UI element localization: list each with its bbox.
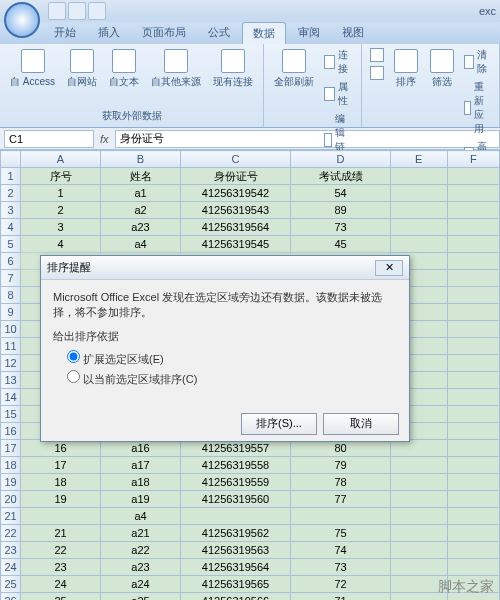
- row-header[interactable]: 13: [1, 372, 21, 389]
- row-header[interactable]: 20: [1, 491, 21, 508]
- name-box[interactable]: [4, 130, 94, 148]
- cell[interactable]: 89: [291, 202, 391, 219]
- table-row[interactable]: 2625a254125631956671: [1, 593, 500, 601]
- cell[interactable]: [391, 491, 448, 508]
- cell[interactable]: [447, 253, 499, 270]
- row-header[interactable]: 11: [1, 338, 21, 355]
- cell[interactable]: [181, 508, 291, 525]
- cell[interactable]: a2: [101, 202, 181, 219]
- table-row[interactable]: 2322a224125631956374: [1, 542, 500, 559]
- cancel-button[interactable]: 取消: [323, 413, 399, 435]
- row-header[interactable]: 14: [1, 389, 21, 406]
- tab-insert[interactable]: 插入: [88, 22, 130, 44]
- cell[interactable]: 41256319566: [181, 593, 291, 601]
- cell[interactable]: [447, 474, 499, 491]
- row-header[interactable]: 22: [1, 525, 21, 542]
- cell[interactable]: 姓名: [101, 168, 181, 185]
- cell[interactable]: 74: [291, 542, 391, 559]
- table-row[interactable]: 2019a194125631956077: [1, 491, 500, 508]
- row-header[interactable]: 26: [1, 593, 21, 601]
- table-row[interactable]: 21a4: [1, 508, 500, 525]
- row-header[interactable]: 12: [1, 355, 21, 372]
- btn-reapply[interactable]: 重新应用: [462, 79, 493, 137]
- cell[interactable]: a24: [101, 576, 181, 593]
- cell[interactable]: 72: [291, 576, 391, 593]
- tab-formula[interactable]: 公式: [198, 22, 240, 44]
- sort-button[interactable]: 排序(S)...: [241, 413, 317, 435]
- cell[interactable]: 41256319565: [181, 576, 291, 593]
- cell[interactable]: [447, 423, 499, 440]
- cell[interactable]: 41256319559: [181, 474, 291, 491]
- row-header[interactable]: 23: [1, 542, 21, 559]
- tab-layout[interactable]: 页面布局: [132, 22, 196, 44]
- cell[interactable]: [391, 219, 448, 236]
- fx-icon[interactable]: fx: [94, 133, 115, 145]
- qat-undo-icon[interactable]: [68, 2, 86, 20]
- cell[interactable]: 身份证号: [181, 168, 291, 185]
- cell[interactable]: [447, 525, 499, 542]
- cell[interactable]: [391, 202, 448, 219]
- table-row[interactable]: 1716a164125631955780: [1, 440, 500, 457]
- cell[interactable]: 21: [21, 525, 101, 542]
- cell[interactable]: [447, 372, 499, 389]
- cell[interactable]: [391, 457, 448, 474]
- btn-filter[interactable]: 筛选: [426, 47, 458, 91]
- row-header[interactable]: 18: [1, 457, 21, 474]
- cell[interactable]: [447, 236, 499, 253]
- table-row[interactable]: 32a24125631954389: [1, 202, 500, 219]
- cell[interactable]: 18: [21, 474, 101, 491]
- cell[interactable]: 考试成绩: [291, 168, 391, 185]
- row-header[interactable]: 16: [1, 423, 21, 440]
- row-header[interactable]: 15: [1, 406, 21, 423]
- cell[interactable]: 80: [291, 440, 391, 457]
- col-header-b[interactable]: B: [101, 151, 181, 168]
- cell[interactable]: [447, 389, 499, 406]
- tab-home[interactable]: 开始: [44, 22, 86, 44]
- qat-save-icon[interactable]: [48, 2, 66, 20]
- cell[interactable]: 73: [291, 219, 391, 236]
- cell[interactable]: 23: [21, 559, 101, 576]
- row-header[interactable]: 4: [1, 219, 21, 236]
- cell[interactable]: 17: [21, 457, 101, 474]
- table-row[interactable]: 1817a174125631955879: [1, 457, 500, 474]
- table-row[interactable]: 1序号姓名身份证号考试成绩: [1, 168, 500, 185]
- table-row[interactable]: 21a14125631954254: [1, 185, 500, 202]
- btn-other-sources[interactable]: 自其他来源: [147, 47, 205, 91]
- col-header-d[interactable]: D: [291, 151, 391, 168]
- btn-connections[interactable]: 连接: [322, 47, 355, 77]
- row-header[interactable]: 8: [1, 287, 21, 304]
- table-row[interactable]: 2221a214125631956275: [1, 525, 500, 542]
- cell[interactable]: a4: [101, 508, 181, 525]
- cell[interactable]: 41256319558: [181, 457, 291, 474]
- cell[interactable]: 2: [21, 202, 101, 219]
- row-header[interactable]: 19: [1, 474, 21, 491]
- cell[interactable]: [447, 304, 499, 321]
- cell[interactable]: [447, 440, 499, 457]
- tab-view[interactable]: 视图: [332, 22, 374, 44]
- table-row[interactable]: 2524a244125631956572: [1, 576, 500, 593]
- cell[interactable]: [447, 270, 499, 287]
- cell[interactable]: [391, 474, 448, 491]
- cell[interactable]: 19: [21, 491, 101, 508]
- cell[interactable]: [391, 559, 448, 576]
- cell[interactable]: 41256319564: [181, 559, 291, 576]
- cell[interactable]: 77: [291, 491, 391, 508]
- cell[interactable]: 41256319543: [181, 202, 291, 219]
- cell[interactable]: [447, 287, 499, 304]
- cell[interactable]: 16: [21, 440, 101, 457]
- btn-properties[interactable]: 属性: [322, 79, 355, 109]
- cell[interactable]: 41256319545: [181, 236, 291, 253]
- cell[interactable]: [391, 185, 448, 202]
- cell[interactable]: 41256319564: [181, 219, 291, 236]
- col-header-a[interactable]: A: [21, 151, 101, 168]
- cell[interactable]: 78: [291, 474, 391, 491]
- cell[interactable]: a17: [101, 457, 181, 474]
- btn-sort[interactable]: 排序: [390, 47, 422, 91]
- btn-sort-za[interactable]: [368, 65, 386, 81]
- row-header[interactable]: 17: [1, 440, 21, 457]
- cell[interactable]: 41256319560: [181, 491, 291, 508]
- cell[interactable]: 41256319563: [181, 542, 291, 559]
- btn-refresh-all[interactable]: 全部刷新: [270, 47, 318, 91]
- table-row[interactable]: 54a44125631954545: [1, 236, 500, 253]
- row-header[interactable]: 25: [1, 576, 21, 593]
